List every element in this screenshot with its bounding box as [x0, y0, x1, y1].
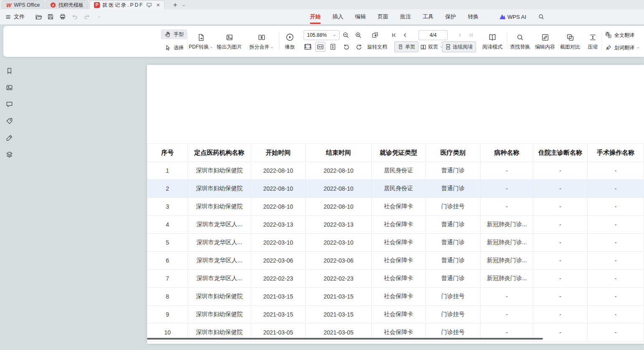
- wps-logo-icon: W: [6, 3, 11, 8]
- tag-panel-icon[interactable]: [5, 117, 13, 125]
- table-cell: 深圳市龙华区人...: [188, 234, 251, 252]
- double-page-button[interactable]: 双页: [418, 41, 445, 52]
- close-tab-icon[interactable]: ×: [156, 2, 160, 8]
- single-page-button[interactable]: 单页: [394, 41, 418, 52]
- table-row[interactable]: 5深圳市龙华区人...2022-03-102022-03-10社会保障卡普通门诊…: [147, 234, 644, 252]
- annotate-pen-icon[interactable]: [5, 134, 13, 141]
- pdf-convert-button[interactable]: PDF转换: [188, 28, 214, 54]
- table-cell: 2022-08-10: [306, 198, 372, 216]
- table-cell: 居民身份证: [372, 162, 426, 180]
- table-row[interactable]: 4深圳市龙华区人...2022-03-132022-03-13社会保障卡普通门诊…: [147, 216, 644, 234]
- save-icon[interactable]: [46, 13, 55, 21]
- table-row[interactable]: 8深圳市妇幼保健院2021-03-152021-03-15社会保障卡门诊挂号--…: [147, 288, 644, 306]
- pdf-page[interactable]: 序号定点医药机构名称开始时间结束时间就诊凭证类型医疗类别病种名称住院主诊断名称手…: [147, 65, 644, 344]
- undo-icon[interactable]: [71, 13, 79, 21]
- menu-bar: 文件 开始 插入 编辑 页面 批注: [0, 9, 644, 24]
- table-cell: -: [588, 306, 644, 324]
- menu-tab-edit[interactable]: 编辑: [349, 9, 372, 24]
- table-cell: -: [533, 306, 588, 324]
- split-merge-button[interactable]: 拆分合并: [247, 28, 276, 54]
- table-cell: 8: [147, 288, 188, 306]
- table-cell: 2022-08-10: [306, 180, 372, 198]
- open-file-icon[interactable]: [34, 13, 43, 21]
- undo-history-chevron-icon[interactable]: [95, 13, 103, 21]
- horizontal-scrollbar[interactable]: [147, 338, 543, 340]
- table-cell: 新冠肺炎门诊...: [481, 216, 533, 234]
- new-tab-button[interactable]: +: [173, 1, 177, 8]
- print-icon[interactable]: [58, 13, 67, 21]
- fit-page-icon[interactable]: [328, 42, 338, 52]
- select-tool-button[interactable]: 选择: [161, 43, 187, 53]
- table-row[interactable]: 2深圳市妇幼保健院2022-08-102022-08-10居民身份证普通门诊--…: [147, 180, 644, 198]
- file-menu-button[interactable]: 文件: [5, 13, 25, 20]
- export-image-button[interactable]: 输出为图片: [214, 28, 244, 54]
- table-row[interactable]: 9深圳市妇幼保健院2021-03-152021-03-15社会保障卡门诊挂号--…: [147, 306, 644, 324]
- menu-tab-convert[interactable]: 转换: [462, 9, 484, 24]
- table-cell: 深圳市龙华区人...: [188, 252, 251, 270]
- tab-wps-office[interactable]: W WPS Office: [2, 0, 44, 9]
- next-page-icon[interactable]: [455, 30, 465, 40]
- compress-button[interactable]: 压缩: [581, 28, 604, 54]
- menu-tab-home[interactable]: 开始: [304, 9, 327, 24]
- compress-icon: [588, 32, 598, 42]
- tab-list-chevron-icon[interactable]: [182, 3, 186, 8]
- first-page-icon[interactable]: [389, 30, 399, 40]
- svg-text:A: A: [606, 32, 609, 36]
- cursor-icon: [164, 44, 172, 51]
- table-cell: 2022-08-10: [306, 162, 372, 180]
- zoom-level-select[interactable]: 105.88%: [304, 30, 340, 40]
- monitor-icon[interactable]: [146, 2, 152, 8]
- table-cell: 普通门诊: [426, 234, 481, 252]
- column-header: 医疗类别: [426, 144, 481, 162]
- zoom-out-icon[interactable]: [341, 30, 351, 40]
- screenshot-compare-button[interactable]: 截图对比: [557, 28, 583, 54]
- rotate-doc-label[interactable]: 旋转文档: [367, 42, 387, 52]
- table-row[interactable]: 7深圳市龙华区人...2022-02-232022-02-23社会保障卡普通门诊…: [147, 270, 644, 288]
- play-button[interactable]: 播放: [276, 28, 303, 54]
- pdf-toolbar: 手型 选择 PDF转换 输出为图片: [3, 26, 644, 57]
- menu-search-icon[interactable]: [538, 13, 545, 20]
- menu-tab-wps-ai[interactable]: WPS AI: [494, 9, 532, 24]
- column-header: 定点医药机构名称: [188, 144, 251, 162]
- continuous-read-button[interactable]: 连续阅读: [442, 41, 476, 52]
- full-translate-button[interactable]: A 全文翻译: [605, 30, 634, 40]
- table-cell: 2022-03-06: [251, 252, 306, 270]
- column-header: 病种名称: [481, 144, 533, 162]
- find-replace-button[interactable]: 查找替换: [507, 28, 533, 54]
- table-row[interactable]: 3深圳市妇幼保健院2022-08-102022-08-10社会保障卡门诊挂号--…: [147, 198, 644, 216]
- hand-tool-button[interactable]: 手型: [161, 29, 187, 39]
- menu-tab-protect[interactable]: 保护: [439, 9, 462, 24]
- table-cell: 居民身份证: [372, 180, 426, 198]
- menu-tab-tools[interactable]: 工具: [417, 9, 439, 24]
- last-page-icon[interactable]: [466, 30, 476, 40]
- actual-size-icon[interactable]: 1:1: [303, 42, 313, 52]
- page-capture-icon[interactable]: [370, 30, 380, 40]
- continuous-read-icon: [445, 44, 451, 50]
- redo-icon[interactable]: [83, 13, 91, 21]
- table-row[interactable]: 6深圳市龙华区人...2022-03-062022-03-06社会保障卡普通门诊…: [147, 252, 644, 270]
- word-translate-button[interactable]: 划词翻译: [605, 43, 640, 53]
- tab-document-pdf[interactable]: P 就医记录.PDF ×: [89, 0, 165, 9]
- rotate-right-icon[interactable]: [354, 42, 364, 52]
- table-cell: -: [533, 270, 588, 288]
- layers-panel-icon[interactable]: [5, 151, 13, 158]
- fit-width-icon[interactable]: [315, 42, 325, 52]
- thumbnail-panel-icon[interactable]: [5, 84, 13, 91]
- pdf-file-icon: P: [94, 2, 100, 8]
- edit-content-button[interactable]: 编辑内容: [532, 28, 558, 54]
- bookmark-icon[interactable]: [5, 67, 13, 74]
- table-row[interactable]: 1深圳市妇幼保健院2022-08-102022-08-10居民身份证普通门诊--…: [147, 162, 644, 180]
- prev-page-icon[interactable]: [400, 30, 410, 40]
- table-cell: -: [588, 270, 644, 288]
- zoom-in-icon[interactable]: [353, 30, 363, 40]
- translate-icon: A: [605, 31, 612, 39]
- page-number-input[interactable]: 4/4: [418, 30, 448, 40]
- menu-tab-insert[interactable]: 插入: [327, 9, 349, 24]
- table-cell: 3: [147, 198, 188, 216]
- rotate-left-icon[interactable]: [341, 42, 351, 52]
- comment-panel-icon[interactable]: [5, 100, 13, 108]
- menu-tab-page[interactable]: 页面: [372, 9, 394, 24]
- tab-docer-templates[interactable]: 找稻壳模板: [46, 0, 88, 9]
- read-mode-button[interactable]: 阅读模式: [479, 28, 506, 54]
- menu-tab-comment[interactable]: 批注: [394, 9, 417, 24]
